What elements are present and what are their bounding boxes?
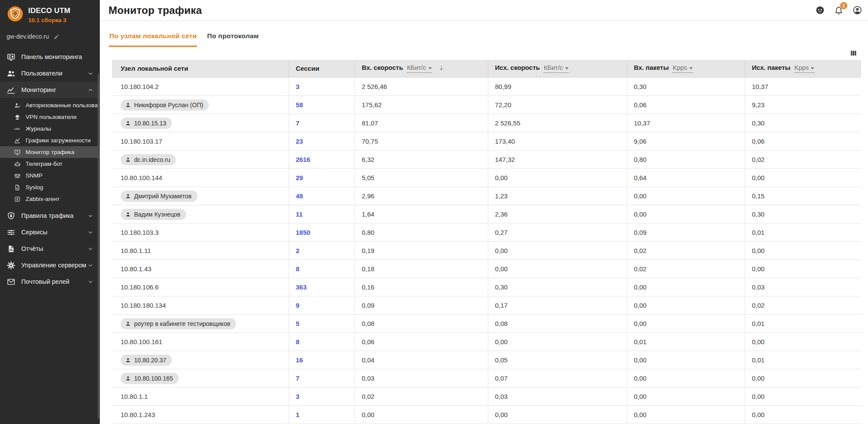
table-row: Никифоров Руслан (ОП)58175,6272,200,069,… bbox=[112, 96, 861, 114]
users-icon bbox=[6, 69, 16, 78]
user-chip[interactable]: 10.80.15.13 bbox=[121, 118, 172, 129]
sessions-link[interactable]: 29 bbox=[296, 174, 303, 181]
user-chip[interactable]: Никифоров Руслан (ОП) bbox=[121, 99, 209, 111]
sidebar-item-mail-relay[interactable]: Почтовый релей bbox=[0, 273, 100, 290]
col-header-in-speed[interactable]: Вх. скоростьКБит/с bbox=[355, 60, 488, 78]
user-chip[interactable]: dc.in.ideco.ru bbox=[121, 154, 176, 165]
sessions-cell: 7 bbox=[289, 369, 355, 388]
sidebar-item-users[interactable]: Пользователи bbox=[0, 65, 100, 82]
col-header-sessions[interactable]: Сессии bbox=[289, 60, 355, 78]
sessions-link[interactable]: 23 bbox=[296, 138, 303, 145]
host-cell: 10.180.104.2 bbox=[112, 78, 289, 96]
sessions-link[interactable]: 2616 bbox=[296, 156, 310, 163]
traffic-monitor-icon bbox=[13, 148, 21, 156]
sidebar-item-label: Zabbix-агент bbox=[26, 196, 59, 202]
host-cell: Никифоров Руслан (ОП) bbox=[112, 96, 289, 114]
sidebar-item-services[interactable]: Сервисы bbox=[0, 224, 100, 240]
tab-by-local-hosts[interactable]: По узлам локальной сети bbox=[109, 32, 197, 47]
out-packets-cell: 0,03 bbox=[745, 278, 861, 296]
sidebar-item-reports[interactable]: Отчёты bbox=[0, 240, 100, 257]
sessions-link[interactable]: 7 bbox=[296, 119, 299, 127]
user-chip[interactable]: 10.80.20.37 bbox=[121, 355, 172, 366]
host-cell: 10.180.180.134 bbox=[112, 296, 289, 315]
vpn-users-icon bbox=[13, 113, 21, 121]
col-header-host[interactable]: Узел локальной сети bbox=[112, 60, 289, 78]
out-packets-cell: 0,00 bbox=[745, 242, 861, 260]
sidebar-item-label: Отчёты bbox=[21, 245, 87, 252]
user-chip[interactable]: 10.80.100.165 bbox=[121, 373, 179, 384]
sessions-link[interactable]: 1850 bbox=[296, 229, 310, 236]
sidebar-item-snmp[interactable]: SNMP bbox=[0, 170, 100, 181]
support-bot-icon[interactable] bbox=[814, 5, 825, 16]
col-header-in-packets[interactable]: Вх. пакетыKpps bbox=[627, 60, 745, 78]
user-chip[interactable]: Вадим Кузнецов bbox=[121, 209, 186, 220]
out-speed-cell: 0,03 bbox=[488, 388, 627, 406]
sidebar-item-dashboard[interactable]: Панель мониторинга bbox=[0, 49, 100, 65]
unit-select[interactable]: Kpps bbox=[672, 64, 693, 73]
unit-select[interactable]: КБит/с bbox=[543, 64, 569, 73]
sessions-link[interactable]: 3 bbox=[296, 393, 299, 400]
host-cell: 10.180.103.3 bbox=[112, 224, 289, 242]
host-label: Вадим Кузнецов bbox=[134, 211, 181, 218]
sidebar-item-telegram-bot[interactable]: Телеграм-бот bbox=[0, 158, 100, 170]
sidebar-item-traffic-monitor[interactable]: Монитор трафика bbox=[0, 146, 100, 158]
services-icon bbox=[6, 227, 16, 237]
sidebar-item-server-management[interactable]: Управление сервером bbox=[0, 257, 100, 273]
sessions-link[interactable]: 11 bbox=[296, 210, 303, 218]
sidebar-item-load-charts[interactable]: Графики загруженности bbox=[0, 135, 100, 146]
in-speed-cell: 0,04 bbox=[355, 351, 488, 369]
person-icon bbox=[125, 157, 131, 163]
columns-settings-icon[interactable] bbox=[849, 49, 858, 57]
col-header-out-speed[interactable]: Исх. скоростьКБит/с bbox=[488, 60, 627, 78]
notifications-bell-icon[interactable]: 2 bbox=[833, 5, 844, 16]
sessions-link[interactable]: 9 bbox=[296, 302, 299, 309]
table-row: 10.80.1.24310,000,000,000,00 bbox=[112, 406, 861, 424]
sessions-link[interactable]: 2 bbox=[296, 247, 299, 254]
sessions-link[interactable]: 5 bbox=[296, 320, 299, 327]
table-row: 10.80.1.130,020,030,000,00 bbox=[112, 388, 861, 406]
user-chip[interactable]: роутер в кабинете тестировщиков bbox=[121, 318, 236, 329]
sessions-link[interactable]: 8 bbox=[296, 338, 299, 345]
sessions-link[interactable]: 16 bbox=[296, 356, 303, 364]
sidebar-item-logs[interactable]: LOGЖурналы bbox=[0, 123, 100, 135]
sidebar-item-label: Управление сервером bbox=[21, 262, 87, 269]
syslog-icon bbox=[13, 184, 21, 191]
sidebar-item-syslog[interactable]: Syslog bbox=[0, 181, 100, 193]
col-label: Вх. пакеты bbox=[634, 64, 669, 71]
unit-select[interactable]: Kpps bbox=[794, 64, 815, 73]
sessions-link[interactable]: 58 bbox=[296, 101, 303, 108]
in-speed-cell: 70,75 bbox=[355, 132, 488, 151]
host-cell: 10.80.20.37 bbox=[112, 351, 289, 369]
unit-select[interactable]: КБит/с bbox=[407, 64, 432, 73]
tab-by-protocols[interactable]: По протоколам bbox=[207, 32, 259, 47]
col-label: Вх. скорость bbox=[362, 64, 403, 71]
sort-desc-icon[interactable] bbox=[438, 65, 445, 72]
account-icon[interactable] bbox=[852, 5, 863, 16]
sidebar-item-monitoring[interactable]: Мониторинг bbox=[0, 82, 100, 98]
user-chip[interactable]: Дмитрий Мухаметов bbox=[121, 191, 197, 202]
out-speed-cell: 0,05 bbox=[488, 351, 627, 369]
sidebar-item-zabbix-agent[interactable]: Zabbix-агент bbox=[0, 193, 100, 205]
edit-hostname-icon[interactable] bbox=[53, 33, 60, 40]
traffic-rules-icon bbox=[6, 211, 16, 220]
host-label: 10.80.1.11 bbox=[121, 247, 151, 254]
sidebar-item-authorized-users[interactable]: Авторизованные пользователи bbox=[0, 99, 100, 111]
sessions-link[interactable]: 48 bbox=[296, 192, 303, 200]
sidebar-item-vpn-users[interactable]: VPN пользователи bbox=[0, 111, 100, 123]
col-label: Сессии bbox=[296, 65, 319, 72]
sidebar-item-traffic-rules[interactable]: Правила трафика bbox=[0, 207, 100, 224]
col-header-out-packets[interactable]: Исх. пакетыKpps bbox=[745, 60, 861, 78]
sessions-link[interactable]: 7 bbox=[296, 375, 299, 382]
logs-icon: LOG bbox=[13, 125, 21, 133]
sidebar-scrollbar[interactable] bbox=[98, 74, 99, 419]
sessions-cell: 11 bbox=[289, 205, 355, 224]
sessions-link[interactable]: 363 bbox=[296, 283, 307, 291]
sessions-cell: 29 bbox=[289, 169, 355, 187]
person-icon bbox=[125, 211, 131, 217]
in-speed-cell: 5,05 bbox=[355, 169, 488, 187]
host-label: 10.80.20.37 bbox=[134, 357, 166, 364]
sessions-link[interactable]: 1 bbox=[296, 411, 299, 418]
sessions-link[interactable]: 8 bbox=[296, 265, 299, 273]
sessions-link[interactable]: 3 bbox=[296, 83, 299, 90]
out-packets-cell: 0,02 bbox=[745, 296, 861, 315]
